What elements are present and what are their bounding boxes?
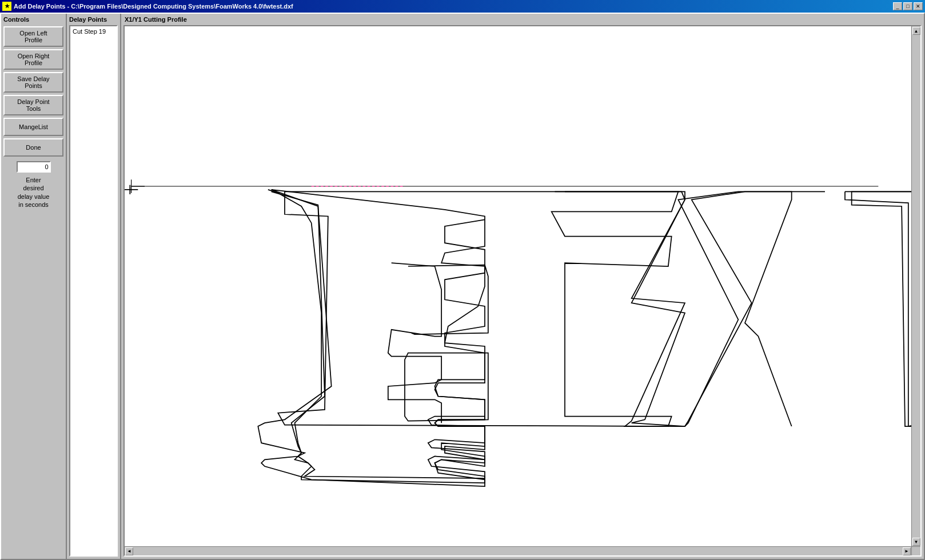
vertical-scrollbar[interactable]: ▲ ▼ [911, 26, 920, 546]
title-bar-text: Add Delay Points - C:\Program Files\Desi… [14, 3, 893, 10]
delay-point-tools-button[interactable]: Delay Point Tools [3, 95, 63, 115]
profile-svg [125, 26, 911, 546]
delay-value-input[interactable] [17, 161, 51, 173]
scrollbar-corner [911, 546, 920, 555]
close-button[interactable]: ✕ [914, 2, 923, 10]
canvas-panel: X1/Y1 Cutting Profile ▲ ▼ ◄ ► [121, 14, 924, 559]
canvas-area[interactable]: ▲ ▼ ◄ ► [123, 25, 922, 557]
horizontal-scrollbar[interactable]: ◄ ► [125, 546, 911, 555]
title-bar: ★ Add Delay Points - C:\Program Files\De… [0, 0, 925, 13]
scroll-track-h [134, 547, 902, 555]
controls-title: Controls [3, 16, 63, 23]
content-area: Controls Open Left Profile Open Right Pr… [1, 14, 924, 559]
title-bar-buttons: _ □ ✕ [893, 2, 923, 10]
open-right-profile-button[interactable]: Open Right Profile [3, 49, 63, 70]
save-delay-points-button[interactable]: Save Delay Points [3, 72, 63, 93]
main-window: Controls Open Left Profile Open Right Pr… [0, 13, 925, 560]
scroll-track-v [912, 35, 920, 537]
delay-input-label: Enter desired delay value in seconds [3, 176, 63, 209]
maximize-button[interactable]: □ [903, 2, 912, 10]
delay-points-title: Delay Points [69, 16, 118, 23]
app-icon: ★ [2, 2, 11, 11]
open-left-profile-button[interactable]: Open Left Profile [3, 26, 63, 47]
done-button[interactable]: Done [3, 138, 63, 157]
delay-points-list[interactable]: Cut Step 19 [69, 25, 118, 557]
scroll-down-button[interactable]: ▼ [912, 538, 920, 546]
scroll-up-button[interactable]: ▲ [912, 27, 920, 35]
delay-points-panel: Delay Points Cut Step 19 [67, 14, 121, 559]
mange-list-button[interactable]: MangeList [3, 118, 63, 136]
controls-panel: Controls Open Left Profile Open Right Pr… [1, 14, 67, 559]
list-item[interactable]: Cut Step 19 [71, 27, 115, 35]
minimize-button[interactable]: _ [893, 2, 902, 10]
canvas-title: X1/Y1 Cutting Profile [121, 14, 924, 25]
scroll-right-button[interactable]: ► [903, 547, 911, 555]
scroll-left-button[interactable]: ◄ [125, 547, 133, 555]
